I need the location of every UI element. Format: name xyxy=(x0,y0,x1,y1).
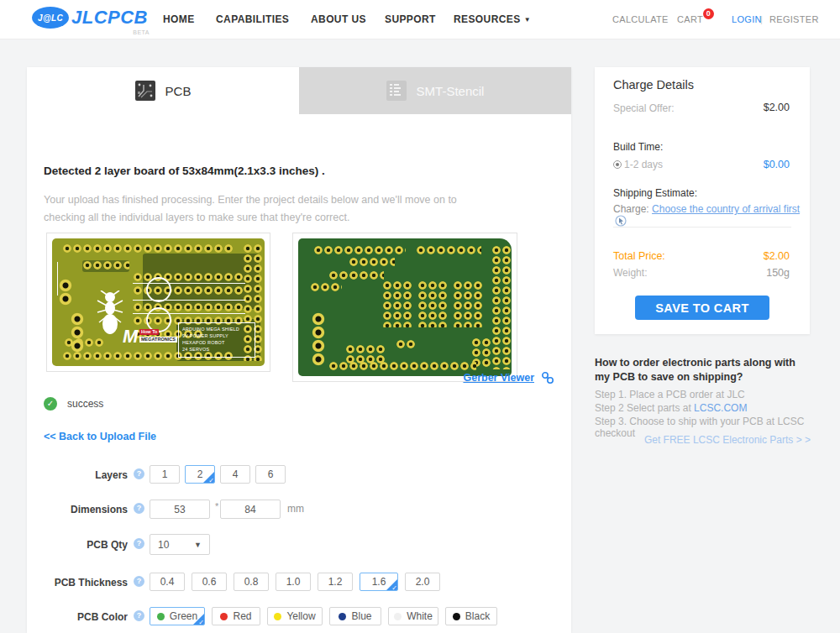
layers-label: Layers xyxy=(27,469,128,481)
color-option-red[interactable]: Red xyxy=(212,607,260,625)
detected-board-summary: Detected 2 layer board of 53x84mm(2.1x3.… xyxy=(44,165,325,177)
nav-support[interactable]: SUPPORT xyxy=(385,13,436,25)
jlcpcb-brand-text: JLCPCB BETA xyxy=(71,7,148,29)
pcb-top-preview: M How To MEGATRONICS ARDUINO MEGA SHIELD… xyxy=(46,233,270,372)
build-time-label: Build Time: xyxy=(613,141,663,153)
weight-label: Weight: xyxy=(613,267,647,279)
status-row: ✓ success xyxy=(44,397,103,411)
tab-smt-stencil-label: SMT-Stencil xyxy=(417,84,485,98)
howto-title: How to order electronic parts along with… xyxy=(595,356,813,385)
jlcpcb-logo-icon: J@LC xyxy=(32,7,69,29)
charge-divider xyxy=(613,227,791,228)
select-caret-icon: ▼ xyxy=(194,541,202,549)
dimension-height-input[interactable] xyxy=(220,500,281,519)
dimension-width-input[interactable] xyxy=(150,500,210,519)
board1-info-box: ARDUINO MEGA SHIELD 9V POWER SUPPLY HEXA… xyxy=(178,322,255,358)
color-option-yellow[interactable]: Yellow xyxy=(267,607,323,625)
total-price-label: Total Price: xyxy=(613,250,665,262)
login-register-divider: | xyxy=(760,14,763,24)
pcb-qty-value: 10 xyxy=(158,539,169,551)
shipping-charge-row: Charge: Choose the country of arrival fi… xyxy=(613,203,810,227)
pcb-color-help-icon[interactable]: ? xyxy=(134,610,144,621)
top-navbar: J@LC JLCPCB BETA HOME CAPABILITIES ABOUT… xyxy=(0,0,840,39)
layers-option-4[interactable]: 4 xyxy=(220,465,250,484)
dimension-separator: * xyxy=(215,501,218,511)
pcb-thickness-help-icon[interactable]: ? xyxy=(134,576,144,587)
login-link[interactable]: LOGIN xyxy=(732,14,762,24)
howto-step-2: Step 2 Select parts at LCSC.COM xyxy=(595,402,747,414)
register-link[interactable]: REGISTER xyxy=(769,14,819,24)
board1-howto-text: How To xyxy=(139,329,159,335)
upload-description: Your upload has finished processing. Ent… xyxy=(44,191,487,227)
color-option-black[interactable]: Black xyxy=(445,607,497,625)
thickness-option-2-0[interactable]: 2.0 xyxy=(405,573,440,591)
weight-value: 150g xyxy=(766,267,790,279)
pcb-qty-help-icon[interactable]: ? xyxy=(134,538,144,549)
howto-step-1: Step 1. Place a PCB order at JLC xyxy=(595,389,745,400)
build-time-price: $0.00 xyxy=(764,159,790,170)
link-chain-icon[interactable] xyxy=(541,371,554,385)
tab-pcb[interactable]: PCB xyxy=(27,67,299,114)
black-color-dot xyxy=(453,613,460,620)
save-to-cart-button[interactable]: SAVE TO CART xyxy=(635,296,769,320)
pcb-bottom-preview xyxy=(292,233,517,382)
nav-capabilities[interactable]: CAPABILITIES xyxy=(216,13,289,25)
pcb-thickness-label: PCB Thickness xyxy=(27,577,128,589)
success-check-icon: ✓ xyxy=(44,397,57,411)
thickness-option-0-6[interactable]: 0.6 xyxy=(192,573,227,591)
cart-link[interactable]: CART 0 xyxy=(677,14,703,24)
gerber-viewer-link[interactable]: Gerber Viewer xyxy=(463,372,534,384)
pcb-bottom-image xyxy=(298,238,512,376)
thickness-option-0-4[interactable]: 0.4 xyxy=(150,573,185,591)
color-option-blue[interactable]: Blue xyxy=(329,607,381,625)
nav-home[interactable]: HOME xyxy=(163,13,195,25)
back-to-upload-link[interactable]: << Back to Upload File xyxy=(44,431,156,442)
smt-stencil-tab-icon xyxy=(386,81,407,101)
pointer-cursor-icon xyxy=(615,215,627,227)
layers-option-1[interactable]: 1 xyxy=(150,465,180,484)
layers-help-icon[interactable]: ? xyxy=(134,468,144,479)
charge-details-title: Charge Details xyxy=(613,78,694,92)
pcb-qty-label: PCB Qty xyxy=(27,539,128,551)
choose-country-link[interactable]: Choose the country of arrival first xyxy=(652,203,800,215)
order-panel: PCB SMT-Stencil Detected 2 layer board o… xyxy=(27,67,571,633)
white-color-dot xyxy=(394,613,402,620)
calculate-link[interactable]: CALCULATE xyxy=(612,14,669,24)
tab-smt-stencil[interactable]: SMT-Stencil xyxy=(299,67,571,114)
charge-details-panel: Charge Details Special Offer: $2.00 Buil… xyxy=(595,67,810,334)
dimensions-help-icon[interactable]: ? xyxy=(134,503,144,514)
thickness-option-1-2[interactable]: 1.2 xyxy=(318,573,353,591)
pcb-top-image: M How To MEGATRONICS ARDUINO MEGA SHIELD… xyxy=(52,238,265,366)
lcsc-com-link[interactable]: LCSC.COM xyxy=(694,402,747,414)
nav-resources[interactable]: RESOURCES▼ xyxy=(454,13,531,25)
jlcpcb-logo[interactable]: J@LC JLCPCB BETA xyxy=(32,7,148,29)
beta-label: BETA xyxy=(133,29,150,35)
pcb-qty-select[interactable]: 10 ▼ xyxy=(150,534,210,555)
pcb-color-label: PCB Color xyxy=(27,611,128,623)
layers-option-6[interactable]: 6 xyxy=(255,465,286,484)
tab-pcb-label: PCB xyxy=(165,84,192,98)
color-option-white[interactable]: White xyxy=(388,607,438,625)
build-time-radio[interactable] xyxy=(613,160,622,169)
total-price-value: $2.00 xyxy=(764,250,790,262)
green-color-dot xyxy=(157,613,165,620)
board1-mega-text: MEGATRONICS xyxy=(139,337,177,343)
layers-option-2-selected[interactable]: 2 xyxy=(185,465,215,484)
blue-color-dot xyxy=(339,613,346,620)
cart-count-badge: 0 xyxy=(703,8,714,19)
dimensions-label: Dimensions xyxy=(27,504,128,515)
red-color-dot xyxy=(220,613,228,620)
dimension-unit-label: mm xyxy=(287,503,304,515)
build-time-option[interactable]: 1-2 days xyxy=(613,159,663,170)
yellow-color-dot xyxy=(274,613,281,620)
color-option-green-selected[interactable]: Green xyxy=(150,607,205,625)
thickness-option-0-8[interactable]: 0.8 xyxy=(234,573,269,591)
pcb-tab-icon xyxy=(135,81,155,101)
chevron-down-icon: ▼ xyxy=(524,16,531,24)
thickness-option-1-0[interactable]: 1.0 xyxy=(276,573,311,591)
shipping-estimate-label: Shipping Estimate: xyxy=(613,187,697,199)
nav-about-us[interactable]: ABOUT US xyxy=(311,13,366,25)
board1-m-logo: M xyxy=(123,326,138,348)
thickness-option-1-6-selected[interactable]: 1.6 xyxy=(360,573,398,591)
get-free-lcsc-parts-link[interactable]: Get FREE LCSC Electronic Parts > > xyxy=(644,434,811,446)
